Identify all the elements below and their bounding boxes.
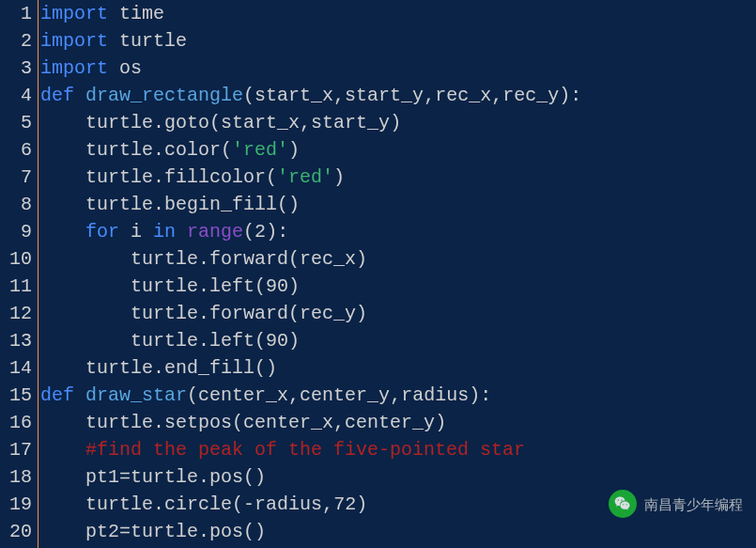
token-punct: , (288, 384, 300, 406)
token-punct: ( (255, 357, 266, 379)
token-txt: 90 (266, 330, 288, 352)
token-def: def (40, 85, 74, 106)
token-punct: . (198, 303, 209, 324)
token-txt: left (209, 330, 255, 352)
line-number: 19 (4, 491, 32, 518)
line-number: 3 (4, 55, 32, 82)
code-line[interactable]: #find the peak of the five-pointed star (40, 436, 756, 463)
token-punct: . (153, 139, 164, 161)
code-line[interactable]: turtle.goto(start_x,start_y) (40, 109, 756, 136)
token-txt (108, 3, 119, 24)
token-txt: circle (164, 493, 232, 515)
token-txt: center_x (198, 384, 288, 406)
code-line[interactable]: pt1=turtle.pos() (40, 463, 756, 491)
token-fname: draw_star (85, 384, 187, 406)
line-number: 10 (4, 245, 32, 273)
token-txt: color (164, 139, 221, 161)
token-punct: . (153, 412, 164, 433)
code-line[interactable]: turtle.color('red') (40, 136, 756, 164)
line-number: 8 (4, 191, 32, 218)
token-txt: center_y (345, 412, 435, 433)
token-punct: ( (288, 248, 300, 270)
token-txt: pt2 (40, 521, 119, 542)
token-punct: ) (356, 248, 367, 270)
token-txt: turtle (40, 493, 153, 515)
token-punct: ( (232, 412, 243, 433)
code-line[interactable]: turtle.fillcolor('red') (40, 164, 756, 191)
token-str: 'red' (232, 139, 288, 161)
token-punct: ) (288, 330, 300, 352)
token-txt: turtle (131, 521, 198, 542)
code-line[interactable]: for i in range(2): (40, 218, 756, 245)
token-txt: 2 (255, 221, 266, 243)
token-txt (74, 85, 85, 106)
token-fname: draw_rectangle (85, 85, 243, 106)
token-builtin: range (187, 221, 243, 243)
token-punct: ) (390, 112, 401, 133)
token-punct: ) (288, 139, 300, 161)
token-txt: setpos (164, 412, 232, 433)
code-line[interactable]: pt2=turtle.pos() (40, 518, 756, 545)
code-line[interactable]: def draw_rectangle(start_x,start_y,rec_x… (40, 82, 756, 109)
token-punct: ( (243, 466, 255, 488)
token-str: 'red' (277, 166, 333, 188)
token-punct: ) (255, 521, 266, 542)
token-txt: turtle (40, 248, 198, 270)
code-line[interactable]: import os (40, 55, 756, 82)
token-punct: . (153, 357, 164, 379)
line-number: 7 (4, 164, 32, 191)
token-txt: pos (209, 521, 243, 542)
token-punct: : (570, 85, 581, 106)
token-punct: ) (559, 85, 570, 106)
code-line[interactable]: import time (40, 0, 756, 27)
token-punct: . (198, 466, 209, 488)
token-punct: ) (288, 194, 300, 215)
token-txt: rec_x (435, 85, 491, 106)
token-punct: ( (277, 194, 288, 215)
line-number: 9 (4, 218, 32, 245)
token-txt: start_x (255, 85, 333, 106)
token-txt: center_y (300, 384, 390, 406)
code-line[interactable]: import turtle (40, 27, 756, 55)
code-line[interactable]: def draw_star(center_x,center_y,radius): (40, 382, 756, 409)
code-line[interactable]: turtle.end_fill() (40, 354, 756, 382)
token-txt: rec_x (300, 248, 356, 270)
token-punct: . (153, 194, 164, 215)
token-punct: . (153, 112, 164, 133)
token-punct: , (333, 85, 345, 106)
code-line[interactable]: turtle.forward(rec_y) (40, 300, 756, 327)
code-line[interactable]: turtle.setpos(center_x,center_y) (40, 409, 756, 436)
token-punct: ( (221, 139, 232, 161)
code-line[interactable]: turtle.left(90) (40, 273, 756, 300)
token-txt (108, 57, 119, 79)
token-txt: turtle (40, 166, 153, 188)
token-txt: center_x (243, 412, 333, 433)
token-txt: fillcolor (164, 166, 266, 188)
token-txt: rec_y (300, 303, 356, 324)
code-line[interactable]: turtle.left(90) (40, 327, 756, 354)
token-txt (40, 221, 85, 243)
token-txt: i (119, 221, 153, 243)
token-punct: ( (288, 303, 300, 324)
code-area[interactable]: import timeimport turtleimport osdef dra… (39, 0, 756, 548)
line-number: 1 (4, 0, 32, 27)
token-txt: turtle (40, 330, 198, 352)
code-editor: 1234567891011121314151617181920 import t… (0, 0, 756, 548)
watermark: 南昌青少年编程 (609, 490, 743, 518)
token-punct: ( (209, 112, 221, 133)
line-number: 14 (4, 354, 32, 382)
token-txt: pos (209, 466, 243, 488)
token-txt: forward (209, 303, 288, 324)
token-txt: turtle (131, 466, 198, 488)
token-kw: import (40, 3, 108, 24)
code-line[interactable]: turtle.begin_fill() (40, 191, 756, 218)
token-txt: goto (164, 112, 209, 133)
token-punct: ( (232, 493, 243, 515)
token-kw: import (40, 57, 108, 79)
token-punct: . (198, 248, 209, 270)
token-comment: #find the peak of the five-pointed star (85, 439, 525, 461)
token-punct: ( (255, 275, 266, 297)
token-punct: , (333, 412, 345, 433)
code-line[interactable]: turtle.forward(rec_x) (40, 245, 756, 273)
token-txt (176, 221, 187, 243)
